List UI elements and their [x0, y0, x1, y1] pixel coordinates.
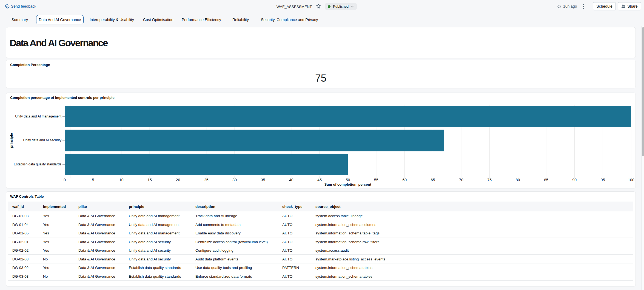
svg-text:70: 70 [459, 178, 463, 182]
svg-text:Sum of completion_percent: Sum of completion_percent [324, 182, 371, 186]
svg-text:100: 100 [628, 178, 634, 182]
svg-text:5: 5 [92, 178, 94, 182]
svg-text:55: 55 [374, 178, 378, 182]
svg-text:50: 50 [346, 178, 350, 182]
svg-text:65: 65 [431, 178, 435, 182]
svg-text:60: 60 [402, 178, 407, 182]
svg-text:15: 15 [147, 178, 152, 182]
svg-text:10: 10 [119, 178, 124, 182]
svg-text:75: 75 [487, 178, 492, 182]
svg-text:25: 25 [204, 178, 209, 182]
svg-text:0: 0 [64, 178, 66, 182]
svg-text:45: 45 [317, 178, 322, 182]
svg-text:Unify data and AI security: Unify data and AI security [23, 138, 62, 142]
svg-text:Establish data quality standar: Establish data quality standards [14, 162, 61, 166]
svg-text:principle: principle [9, 133, 13, 148]
svg-text:80: 80 [516, 178, 520, 182]
svg-text:Unify data and AI management: Unify data and AI management [15, 114, 61, 118]
svg-text:95: 95 [601, 178, 605, 182]
svg-text:20: 20 [176, 178, 180, 182]
svg-text:35: 35 [261, 178, 265, 182]
svg-text:30: 30 [232, 178, 237, 182]
svg-text:85: 85 [544, 178, 548, 182]
svg-text:40: 40 [289, 178, 293, 182]
svg-text:90: 90 [572, 178, 577, 182]
